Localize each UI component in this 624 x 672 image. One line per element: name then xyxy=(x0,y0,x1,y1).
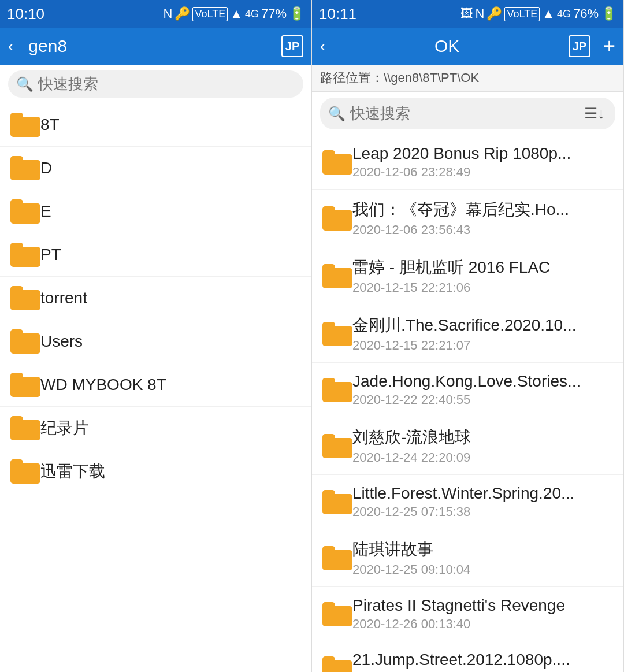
file-name: 8T xyxy=(40,116,301,134)
right-panel: 10:11 🖼 N 🔑 VoLTE ▲ 4G 76% 🔋 ‹ OK JP + 路… xyxy=(312,0,624,672)
right-key-icon: 🔑 xyxy=(486,6,502,21)
list-item[interactable]: 雷婷 - 胆机监听 2016 FLAC 2020-12-15 22:21:06 xyxy=(312,247,623,305)
file-name: PT xyxy=(40,246,301,264)
file-name: 我们：《夺冠》幕后纪实.Ho... xyxy=(352,199,613,221)
folder-icon xyxy=(322,264,352,288)
file-info: E xyxy=(40,202,301,221)
right-volte-icon: VoLTE xyxy=(504,7,540,21)
list-item[interactable]: 刘慈欣-流浪地球 2020-12-24 22:20:09 xyxy=(312,417,623,475)
file-info: 雷婷 - 胆机监听 2016 FLAC 2020-12-15 22:21:06 xyxy=(352,257,613,295)
list-item[interactable]: torrent xyxy=(0,277,311,320)
list-item[interactable]: Pirates II Stagnetti's Revenge 2020-12-2… xyxy=(312,587,623,641)
file-info: D xyxy=(40,159,301,177)
file-name: Leap 2020 Bonus Rip 1080p... xyxy=(352,144,613,163)
list-item[interactable]: D xyxy=(0,147,311,190)
right-time: 10:11 xyxy=(319,5,356,23)
right-path-bar: 路径位置：\\gen8\8T\PT\OK xyxy=(312,65,623,92)
file-name: 21.Jump.Street.2012.1080p.... xyxy=(352,651,613,669)
list-item[interactable]: Jade.Hong.Kong.Love.Stories... 2020-12-2… xyxy=(312,363,623,417)
right-header: ‹ OK JP + xyxy=(312,28,623,65)
folder-icon xyxy=(10,113,40,137)
left-time: 10:10 xyxy=(7,5,44,23)
file-name: 陆琪讲故事 xyxy=(352,539,613,560)
folder-icon xyxy=(10,243,40,267)
left-back-button[interactable]: ‹ xyxy=(8,37,13,55)
right-search-input[interactable] xyxy=(350,105,577,122)
file-name: WD MYBOOK 8T xyxy=(40,376,301,394)
folder-icon xyxy=(322,378,352,402)
list-item[interactable]: 我们：《夺冠》幕后纪实.Ho... 2020-12-06 23:56:43 xyxy=(312,190,623,247)
file-info: 陆琪讲故事 2020-12-25 09:10:04 xyxy=(352,539,613,577)
right-battery: 76% xyxy=(573,6,599,21)
folder-icon xyxy=(322,434,352,458)
file-name: 刘慈欣-流浪地球 xyxy=(352,426,613,448)
folder-icon xyxy=(10,199,40,224)
folder-icon xyxy=(322,546,352,570)
right-back-button[interactable]: ‹ xyxy=(320,37,325,55)
file-name: 迅雷下载 xyxy=(40,461,301,482)
file-name: 纪录片 xyxy=(40,417,301,439)
folder-icon xyxy=(10,459,40,484)
left-header: ‹ gen8 JP xyxy=(0,28,311,65)
file-name: 金刚川.The.Sacrifice.2020.10... xyxy=(352,314,613,336)
list-item[interactable]: 8T xyxy=(0,103,311,147)
folder-icon xyxy=(322,656,352,673)
file-info: 21.Jump.Street.2012.1080p.... 2020-12-26… xyxy=(352,651,613,672)
file-name: D xyxy=(40,159,301,177)
right-add-button[interactable]: + xyxy=(603,34,615,58)
file-date: 2020-12-22 22:40:55 xyxy=(352,392,613,407)
file-info: Little.Forest.Winter.Spring.20... 2020-1… xyxy=(352,484,613,519)
right-sort-icon[interactable]: ☰↓ xyxy=(582,102,607,125)
list-item[interactable]: WD MYBOOK 8T xyxy=(0,363,311,407)
battery-left: 77% xyxy=(261,6,287,21)
list-item[interactable]: 迅雷下载 xyxy=(0,450,311,493)
right-status-bar: 10:11 🖼 N 🔑 VoLTE ▲ 4G 76% 🔋 xyxy=(312,0,623,28)
list-item[interactable]: 陆琪讲故事 2020-12-25 09:10:04 xyxy=(312,529,623,587)
file-name: Little.Forest.Winter.Spring.20... xyxy=(352,484,613,503)
right-shield-button[interactable]: JP xyxy=(569,35,590,57)
file-date: 2020-12-06 23:28:49 xyxy=(352,165,613,180)
file-info: 刘慈欣-流浪地球 2020-12-24 22:20:09 xyxy=(352,426,613,465)
folder-icon xyxy=(10,373,40,397)
file-name: E xyxy=(40,202,301,221)
list-item[interactable]: Little.Forest.Winter.Spring.20... 2020-1… xyxy=(312,475,623,529)
right-image-icon: 🖼 xyxy=(460,6,473,21)
left-search-input[interactable] xyxy=(38,75,295,93)
right-path-text: 路径位置：\\gen8\8T\PT\OK xyxy=(320,70,479,85)
list-item[interactable]: PT xyxy=(0,233,311,277)
list-item[interactable]: 纪录片 xyxy=(0,407,311,450)
signal-icon: ▲ xyxy=(230,6,243,21)
left-search-bar: 🔍 xyxy=(8,70,303,98)
right-file-list: Leap 2020 Bonus Rip 1080p... 2020-12-06 … xyxy=(312,135,623,672)
list-item[interactable]: 金刚川.The.Sacrifice.2020.10... 2020-12-15 … xyxy=(312,305,623,363)
file-info: WD MYBOOK 8T xyxy=(40,376,301,394)
file-info: 8T xyxy=(40,116,301,134)
left-shield-button[interactable]: JP xyxy=(281,35,303,57)
file-info: Leap 2020 Bonus Rip 1080p... 2020-12-06 … xyxy=(352,144,613,180)
file-name: torrent xyxy=(40,289,301,307)
file-date: 2020-12-15 22:21:06 xyxy=(352,280,613,295)
key-icon: 🔑 xyxy=(174,6,190,21)
list-item[interactable]: 21.Jump.Street.2012.1080p.... 2020-12-26… xyxy=(312,641,623,672)
volte-icon: VoLTE xyxy=(192,7,228,21)
file-name: Users xyxy=(40,332,301,351)
nfc-icon: N xyxy=(164,6,173,21)
folder-icon xyxy=(322,150,352,175)
left-file-list: 8T D E PT torrent Users xyxy=(0,103,311,672)
list-item[interactable]: Leap 2020 Bonus Rip 1080p... 2020-12-06 … xyxy=(312,135,623,190)
folder-icon xyxy=(10,416,40,440)
folder-icon xyxy=(322,206,352,231)
right-search-bar: 🔍 ☰↓ xyxy=(320,98,615,129)
right-search-icon: 🔍 xyxy=(328,106,346,122)
battery-icon: 🔋 xyxy=(289,6,304,21)
folder-icon xyxy=(322,602,352,626)
right-status-right: 🖼 N 🔑 VoLTE ▲ 4G 76% 🔋 xyxy=(460,6,616,21)
file-info: 金刚川.The.Sacrifice.2020.10... 2020-12-15 … xyxy=(352,314,613,353)
file-info: 我们：《夺冠》幕后纪实.Ho... 2020-12-06 23:56:43 xyxy=(352,199,613,237)
folder-icon xyxy=(322,322,352,346)
right-signal-icon: ▲ xyxy=(542,6,555,21)
list-item[interactable]: Users xyxy=(0,320,311,363)
folder-icon xyxy=(10,286,40,310)
list-item[interactable]: E xyxy=(0,190,311,233)
file-info: 迅雷下载 xyxy=(40,461,301,482)
